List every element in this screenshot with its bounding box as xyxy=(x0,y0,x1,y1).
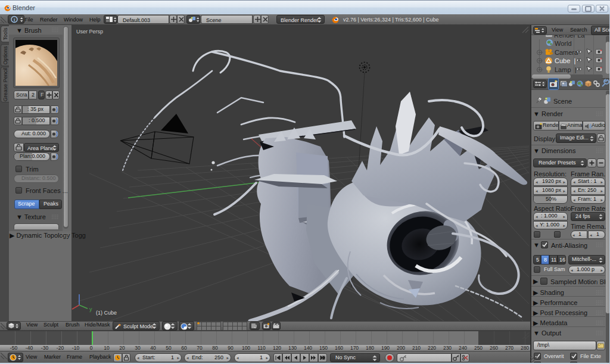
svg-text:i: i xyxy=(14,17,15,23)
svg-text:y: y xyxy=(89,306,92,312)
